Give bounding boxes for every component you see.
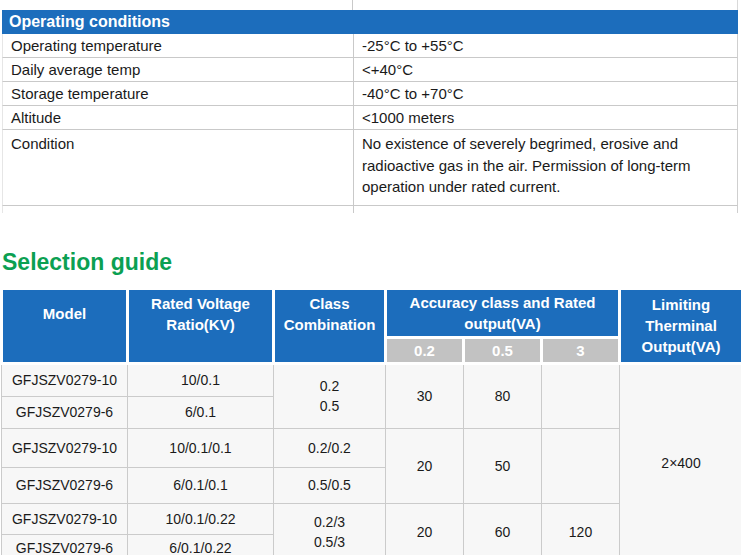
- ratio-cell: 6/0.1/0.22: [128, 534, 274, 555]
- accuracy-3-cell: 120: [542, 503, 620, 555]
- fragment-cell: [352, 0, 737, 10]
- model-cell: GFJSZV0279-10: [2, 363, 128, 396]
- accuracy-3-cell: [542, 428, 620, 503]
- accuracy-0-5-cell: 50: [464, 428, 542, 503]
- fragment-cell: [3, 206, 353, 213]
- condition-value: <+40°C: [353, 58, 737, 81]
- table-row: GFJSZV0279-10 10/0.1 0.2 0.5 30 80 2×400: [2, 363, 741, 396]
- condition-label: Storage temperature: [3, 82, 353, 105]
- condition-label: Altitude: [3, 106, 353, 129]
- header-limiting-output: Limiting Therminal Output(VA): [620, 288, 741, 363]
- table-row: Altitude <1000 meters: [2, 106, 738, 130]
- model-cell: GFJSZV0279-10: [2, 503, 128, 534]
- header-model: Model: [2, 288, 128, 363]
- fragment-cell: [353, 206, 737, 213]
- condition-label: Operating temperature: [3, 34, 353, 57]
- header-accuracy-output: Accuracy class and Rated output(VA): [386, 288, 620, 337]
- class-combination-cell: 0.2/3 0.5/3: [274, 503, 386, 555]
- condition-label: Condition: [3, 130, 353, 205]
- ratio-cell: 10/0.1/0.1: [128, 428, 274, 467]
- model-cell: GFJSZV0279-10: [2, 428, 128, 467]
- ratio-cell: 10/0.1/0.22: [128, 503, 274, 534]
- table-row: Daily average temp <+40°C: [2, 58, 738, 82]
- model-cell: GFJSZV0279-6: [2, 467, 128, 503]
- table-top-fragment: [2, 0, 738, 10]
- accuracy-0-2-cell: 30: [386, 363, 464, 428]
- class-combination-cell: 0.2 0.5: [274, 363, 386, 428]
- table-row: Storage temperature -40°C to +70°C: [2, 82, 738, 106]
- subheader-accuracy-0-2: 0.2: [386, 337, 464, 363]
- table-row: Operating temperature -25°C to +55°C: [2, 34, 738, 58]
- subheader-accuracy-0-5: 0.5: [464, 337, 542, 363]
- table-row: Condition No existence of severely begri…: [2, 130, 738, 206]
- accuracy-0-5-cell: 60: [464, 503, 542, 555]
- condition-value: No existence of severely begrimed, erosi…: [353, 130, 737, 205]
- selection-guide-heading: Selection guide: [2, 249, 741, 276]
- subheader-accuracy-3: 3: [542, 337, 620, 363]
- operating-conditions-header: Operating conditions: [2, 10, 738, 34]
- header-row: Model Rated Voltage Ratio(KV) Class Comb…: [2, 288, 741, 337]
- model-cell: GFJSZV0279-6: [2, 396, 128, 428]
- accuracy-0-2-cell: 20: [386, 428, 464, 503]
- selection-guide-table: Model Rated Voltage Ratio(KV) Class Comb…: [0, 287, 741, 555]
- model-cell: GFJSZV0279-6: [2, 534, 128, 555]
- class-combination-cell: 0.5/0.5: [274, 467, 386, 503]
- ratio-cell: 10/0.1: [128, 363, 274, 396]
- table-bottom-fragment: [2, 206, 738, 213]
- header-class-combination: Class Combination: [274, 288, 386, 363]
- operating-conditions-title: Operating conditions: [9, 13, 170, 30]
- fragment-cell: [2, 0, 352, 10]
- datasheet-page: Operating conditions Operating temperatu…: [0, 0, 741, 555]
- ratio-cell: 6/0.1: [128, 396, 274, 428]
- accuracy-0-2-cell: 20: [386, 503, 464, 555]
- condition-value: <1000 meters: [353, 106, 737, 129]
- limiting-output-cell: 2×400: [620, 363, 741, 555]
- condition-value: -25°C to +55°C: [353, 34, 737, 57]
- header-rated-voltage-ratio: Rated Voltage Ratio(KV): [128, 288, 274, 363]
- accuracy-0-5-cell: 80: [464, 363, 542, 428]
- condition-label: Daily average temp: [3, 58, 353, 81]
- operating-conditions-table: Operating conditions Operating temperatu…: [2, 0, 738, 213]
- accuracy-3-cell: [542, 363, 620, 428]
- ratio-cell: 6/0.1/0.1: [128, 467, 274, 503]
- condition-value: -40°C to +70°C: [353, 82, 737, 105]
- class-combination-cell: 0.2/0.2: [274, 428, 386, 467]
